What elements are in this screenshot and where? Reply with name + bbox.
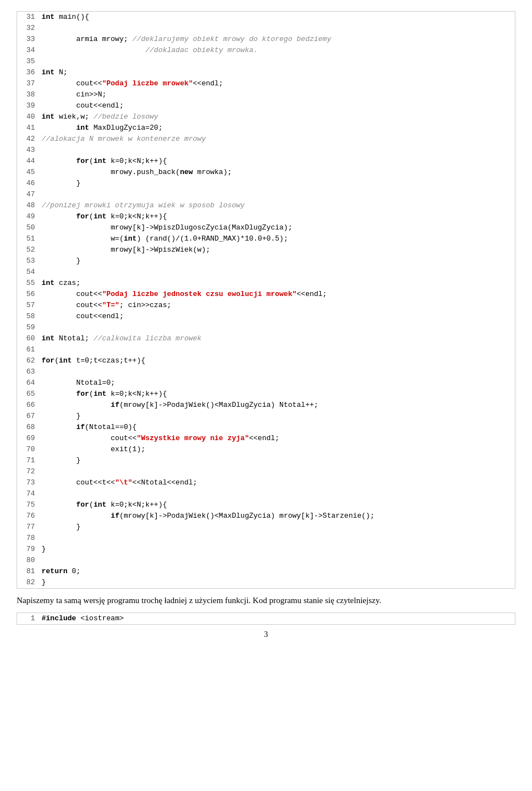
code-line: 63 — [17, 366, 515, 377]
string-literal: "\t" — [115, 478, 132, 487]
line-content: w=(int) (rand()/(1.0+RAND_MAX)*10.0+0.5)… — [39, 233, 515, 244]
line-number: 79 — [17, 544, 39, 555]
code-line: 44 for(int k=0;k<N;k++){ — [17, 156, 515, 167]
code-line: 53 } — [17, 256, 515, 267]
line-number: 54 — [17, 267, 39, 278]
line-number: 32 — [17, 23, 39, 34]
line-content: cout<<endl; — [39, 311, 515, 322]
keyword: return — [42, 567, 68, 575]
line-number: 47 — [17, 189, 39, 200]
keyword: new — [180, 168, 193, 176]
code-line: 82} — [17, 577, 515, 588]
line-content — [39, 23, 515, 34]
bottom-code-block: 1 #include <iostream> — [17, 613, 515, 625]
line-number: 75 — [17, 499, 39, 511]
line-content: mrowy.push_back(new mrowka); — [39, 167, 515, 178]
line-number: 44 — [17, 156, 39, 167]
line-number: 41 — [17, 123, 39, 134]
code-line: 65 for(int k=0;k<N;k++){ — [17, 389, 515, 400]
line-number: 77 — [17, 522, 39, 533]
page: 31int main(){3233 armia mrowy; //deklaru… — [0, 0, 532, 791]
line-number: 56 — [17, 289, 39, 300]
line-number: 78 — [17, 533, 39, 544]
line-content: } — [39, 178, 515, 189]
keyword: int — [42, 68, 54, 76]
keyword: int — [94, 157, 106, 165]
line-content: cout<<t<<"\t"<<Ntotal<<endl; — [39, 477, 515, 488]
string-literal: "Podaj liczbe mrowek" — [102, 79, 193, 88]
keyword: int — [42, 334, 54, 343]
line-number: 82 — [17, 577, 39, 588]
line-number: 80 — [17, 555, 39, 566]
code-line: 34 //dokladac obiekty mrowka. — [17, 45, 515, 56]
line-number: 70 — [17, 444, 39, 455]
line-number: 35 — [17, 56, 39, 67]
code-line: 54 — [17, 267, 515, 278]
line-number: 63 — [17, 366, 39, 377]
code-line: 76 if(mrowy[k]->PodajWiek()<MaxDlugZycia… — [17, 511, 515, 522]
line-content — [39, 366, 515, 377]
comment: //dokladac obiekty mrowka. — [145, 46, 258, 54]
keyword: int — [42, 13, 54, 21]
keyword: if — [111, 512, 120, 520]
line-number: 40 — [17, 111, 39, 123]
line-content: } — [39, 577, 515, 588]
keyword: int — [42, 279, 54, 287]
line-number: 49 — [17, 211, 39, 222]
comment: //ponizej mrowki otrzymuja wiek w sposob… — [42, 201, 245, 210]
code-line: 47 — [17, 189, 515, 200]
code-line: 42//alokacja N mrowek w kontenerze mrowy — [17, 134, 515, 145]
line-content: cout<<"Wszystkie mrowy nie zyja"<<endl; — [39, 433, 515, 444]
line-content — [39, 189, 515, 200]
code-line: 40int wiek,w; //bedzie losowy — [17, 111, 515, 123]
code-line: 38 cin>>N; — [17, 89, 515, 100]
line-number: 71 — [17, 455, 39, 466]
line-number: 34 — [17, 45, 39, 56]
code-line: 45 mrowy.push_back(new mrowka); — [17, 167, 515, 178]
code-line: 51 w=(int) (rand()/(1.0+RAND_MAX)*10.0+0… — [17, 233, 515, 244]
line-number: 74 — [17, 488, 39, 499]
line-content: if(mrowy[k]->PodajWiek()<MaxDlugZycia) m… — [39, 511, 515, 522]
keyword: for — [76, 501, 89, 509]
code-line: 48//ponizej mrowki otrzymuja wiek w spos… — [17, 200, 515, 211]
string-literal: "Wszystkie mrowy nie zyja" — [137, 434, 249, 442]
line-number: 39 — [17, 100, 39, 111]
line-number: 60 — [17, 333, 39, 344]
code-line: 61 — [17, 344, 515, 355]
line-content — [39, 555, 515, 566]
line-number: 33 — [17, 34, 39, 45]
line-content: cout<<"T="; cin>>czas; — [39, 300, 515, 311]
line-number: 45 — [17, 167, 39, 178]
line-content: } — [39, 522, 515, 533]
line-content: int main(){ — [39, 12, 515, 23]
line-content: if(mrowy[k]->PodajWiek()<MaxDlugZycia) N… — [39, 400, 515, 411]
code-line: 36int N; — [17, 67, 515, 78]
code-line: 39 cout<<endl; — [17, 100, 515, 111]
line-content: int MaxDlugZycia=20; — [39, 123, 515, 134]
code-line: 32 — [17, 23, 515, 34]
line-number: 73 — [17, 477, 39, 488]
code-line: 56 cout<<"Podaj liczbe jednostek czsu ew… — [17, 289, 515, 300]
line-content: cin>>N; — [39, 89, 515, 100]
code-line: 77 } — [17, 522, 515, 533]
bottom-line-number: 1 — [17, 613, 39, 624]
code-line: 35 — [17, 56, 515, 67]
code-line: 33 armia mrowy; //deklarujemy obiekt mro… — [17, 34, 515, 45]
page-number: 3 — [0, 630, 532, 639]
code-line: 69 cout<<"Wszystkie mrowy nie zyja"<<end… — [17, 433, 515, 444]
code-line: 80 — [17, 555, 515, 566]
line-content — [39, 322, 515, 333]
comment: //calkowita liczba mrowek — [94, 334, 202, 343]
keyword: int — [42, 113, 54, 121]
line-number: 42 — [17, 134, 39, 145]
code-line: 31int main(){ — [17, 12, 515, 23]
line-content — [39, 466, 515, 477]
code-line: 49 for(int k=0;k<N;k++){ — [17, 211, 515, 222]
code-line: 50 mrowy[k]->WpiszDlugoscZycia(MaxDlugZy… — [17, 222, 515, 233]
line-number: 81 — [17, 566, 39, 577]
keyword: int — [76, 124, 89, 132]
keyword: int — [94, 212, 106, 221]
line-content: } — [39, 544, 515, 555]
comment: //deklarujemy obiekt mrowy do ktorego be… — [132, 35, 331, 43]
code-line: 70 exit(1); — [17, 444, 515, 455]
